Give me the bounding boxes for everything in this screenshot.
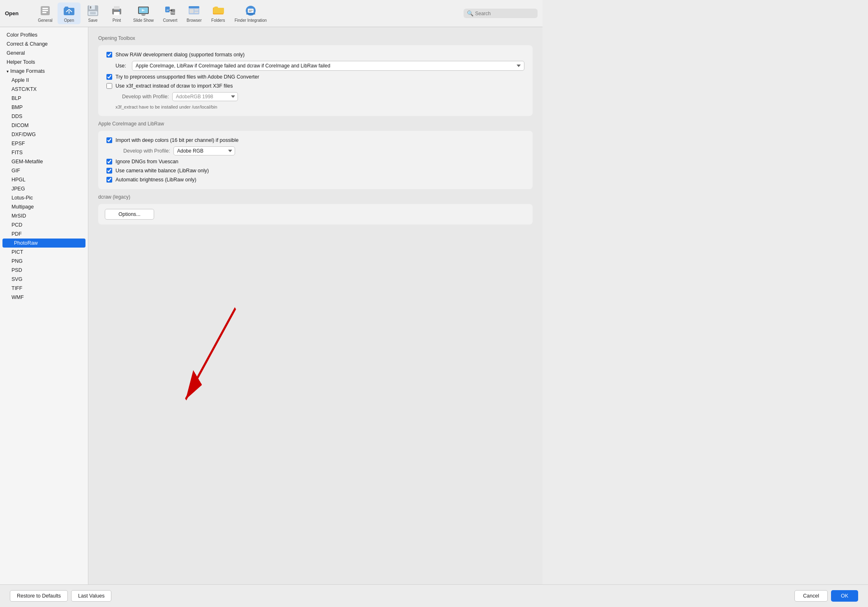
browser-icon: [187, 4, 201, 17]
toolbar-item-folders[interactable]: Folders: [207, 2, 230, 24]
sidebar-item-pict[interactable]: PICT: [0, 248, 88, 257]
content-area: Opening Toolbox Show RAW development dia…: [88, 27, 542, 605]
camera-wb-checkbox[interactable]: [106, 168, 112, 174]
try-adobe-label: Try to preprocess unsupported files with…: [115, 74, 259, 80]
toolbar-label-folders: Folders: [211, 18, 225, 23]
use-x3f-checkbox[interactable]: [106, 83, 112, 89]
ignore-dngs-label: Ignore DNGs from Vuescan: [115, 159, 178, 164]
svg-rect-31: [249, 11, 252, 12]
sidebar-item-pcd[interactable]: PCD: [0, 220, 88, 229]
toolbar-item-print[interactable]: Print: [105, 2, 128, 24]
toolbar-label-save: Save: [88, 18, 98, 23]
sidebar-item-jpeg[interactable]: JPEG: [0, 184, 88, 193]
sidebar-item-dds[interactable]: DDS: [0, 112, 88, 121]
search-container[interactable]: 🔍: [464, 9, 538, 18]
apple-coreimage-title: Apple CoreImage and LibRaw: [98, 121, 533, 127]
sidebar-item-astc-ktx[interactable]: ASTC/KTX: [0, 85, 88, 94]
auto-brightness-checkbox[interactable]: [106, 177, 112, 183]
dcraw-title: dcraw (legacy): [98, 194, 533, 200]
use-select[interactable]: Apple CoreImage, LibRaw if CoreImage fai…: [132, 61, 524, 71]
toolbar-item-general[interactable]: General: [34, 2, 57, 24]
sidebar-item-mrsid[interactable]: MrSID: [0, 211, 88, 220]
toolbar-item-finder[interactable]: Finder Integration: [231, 2, 271, 24]
sidebar-item-dicom[interactable]: DICOM: [0, 121, 88, 130]
folders-icon: [212, 4, 225, 17]
sidebar-item-bmp[interactable]: BMP: [0, 103, 88, 112]
toolbar-label-open: Open: [64, 18, 74, 23]
sidebar-item-lotus-pic[interactable]: Lotus-Pic: [0, 193, 88, 202]
sidebar-item-epsf[interactable]: EPSF: [0, 139, 88, 148]
svg-rect-16: [141, 14, 145, 15]
sidebar-item-pdf[interactable]: PDF: [0, 229, 88, 239]
use-x3f-row: Use x3f_extract instead of dcraw to impo…: [106, 83, 524, 89]
sidebar-item-blp[interactable]: BLP: [0, 94, 88, 103]
sidebar-item-svg[interactable]: SVG: [0, 275, 88, 284]
toolbar-item-save[interactable]: Save: [81, 2, 104, 24]
ignore-dngs-row: Ignore DNGs from Vuescan: [106, 159, 524, 164]
auto-brightness-row: Automatic brightness (LibRaw only): [106, 177, 524, 183]
develop-profile-row: Develop with Profile: AdobeRGB 1998: [106, 92, 524, 101]
sidebar-item-psd[interactable]: PSD: [0, 266, 88, 275]
svg-text:JPG: JPG: [166, 9, 171, 12]
svg-rect-30: [249, 10, 253, 11]
svg-rect-25: [189, 9, 194, 13]
toolbar-item-browser[interactable]: Browser: [182, 2, 206, 24]
ignore-dngs-checkbox[interactable]: [106, 159, 112, 164]
toolbar-item-convert[interactable]: JPG PNG Convert: [159, 2, 182, 24]
svg-text:PNG: PNG: [171, 12, 175, 14]
sidebar-item-hpgl[interactable]: HPGL: [0, 175, 88, 184]
sidebar-item-png[interactable]: PNG: [0, 257, 88, 266]
sidebar-item-color-profiles[interactable]: Color Profiles: [0, 30, 88, 39]
try-adobe-row: Try to preprocess unsupported files with…: [106, 74, 524, 80]
sidebar-item-image-formats[interactable]: ▾Image Formats: [0, 67, 88, 76]
svg-rect-1: [42, 8, 48, 9]
develop-profile2-row: Develop with Profile: Adobe RGB: [106, 146, 524, 155]
sidebar-item-multipage[interactable]: Multipage: [0, 202, 88, 211]
sidebar-item-fits[interactable]: FITS: [0, 148, 88, 157]
svg-rect-3: [42, 12, 46, 13]
try-adobe-checkbox[interactable]: [106, 74, 112, 80]
x3f-note: x3f_extract have to be installed under /…: [106, 104, 524, 109]
svg-rect-12: [114, 12, 120, 15]
options-button[interactable]: Options...: [105, 209, 154, 220]
show-raw-checkbox[interactable]: [106, 52, 112, 58]
toolbar-label-browser: Browser: [187, 18, 202, 23]
convert-icon: JPG PNG: [164, 4, 177, 17]
sidebar-item-dxf-dwg[interactable]: DXF/DWG: [0, 130, 88, 139]
import-deep-colors-checkbox[interactable]: [106, 137, 112, 143]
develop-profile2-select[interactable]: Adobe RGB: [173, 146, 235, 155]
camera-wb-label: Use camera white balance (LibRaw only): [115, 168, 209, 174]
dcraw-panel: Options...: [98, 204, 533, 225]
print-icon: [110, 4, 123, 17]
opening-toolbox-panel: Show RAW development dialog (supported f…: [98, 45, 533, 116]
sidebar-item-gem-metafile[interactable]: GEM-Metafile: [0, 157, 88, 166]
svg-rect-17: [142, 15, 145, 16]
use-x3f-label: Use x3f_extract instead of dcraw to impo…: [115, 83, 233, 89]
expand-arrow-icon: ▾: [7, 69, 9, 74]
develop-profile-select[interactable]: AdobeRGB 1998: [172, 92, 238, 101]
search-input[interactable]: [475, 11, 533, 16]
toolbar-item-slideshow[interactable]: Slide Show: [129, 2, 158, 24]
sidebar-item-photoraw[interactable]: PhotoRaw: [2, 239, 85, 248]
toolbar-label-general: General: [38, 18, 53, 23]
sidebar-item-tiff[interactable]: TIFF: [0, 284, 88, 293]
general-icon: [39, 4, 52, 17]
last-values-button[interactable]: Last Values: [71, 590, 111, 602]
show-raw-row: Show RAW development dialog (supported f…: [106, 52, 524, 58]
sidebar-item-apple-ii[interactable]: Apple II: [0, 76, 88, 85]
toolbar-items: General Open Sav: [34, 2, 538, 24]
auto-brightness-label: Automatic brightness (LibRaw only): [115, 177, 196, 183]
svg-rect-27: [194, 12, 199, 13]
sidebar-item-correct-change[interactable]: Correct & Change: [0, 39, 88, 49]
toolbar-label-print: Print: [113, 18, 121, 23]
restore-defaults-button[interactable]: Restore to Defaults: [10, 590, 68, 602]
sidebar-item-gif[interactable]: GIF: [0, 166, 88, 175]
sidebar-item-general[interactable]: General: [0, 49, 88, 58]
toolbar-label-finder: Finder Integration: [235, 18, 267, 23]
bottom-bar: Restore to Defaults Last Values Cancel O…: [0, 584, 542, 605]
toolbar-label-convert: Convert: [163, 18, 178, 23]
toolbar-item-open[interactable]: Open: [58, 2, 81, 24]
sidebar-item-helper-tools[interactable]: Helper Tools: [0, 58, 88, 67]
sidebar-item-wmf[interactable]: WMF: [0, 293, 88, 302]
import-deep-colors-label: Import with deep colors (16 bit per chan…: [115, 137, 238, 143]
